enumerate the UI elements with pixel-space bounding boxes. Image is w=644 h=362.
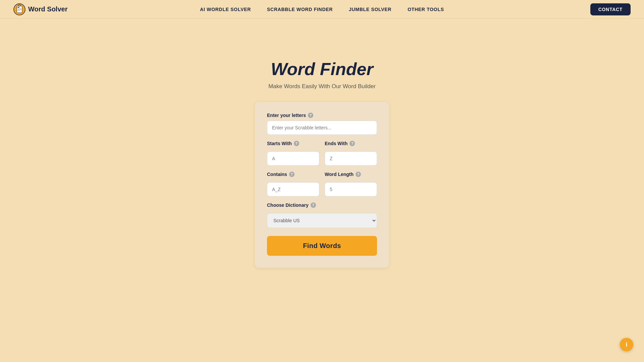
nav-ai-wordle[interactable]: AI WORDLE SOLVER xyxy=(200,7,251,12)
word-length-help-icon[interactable]: ? xyxy=(356,172,361,177)
svg-rect-2 xyxy=(17,7,19,8)
svg-point-6 xyxy=(18,4,20,6)
main-nav: AI WORDLE SOLVER SCRABBLE WORD FINDER JU… xyxy=(200,7,444,12)
word-finder-form: Enter your letters ? Starts With ? Ends … xyxy=(255,102,389,268)
contains-group: Contains ? xyxy=(267,172,319,196)
starts-with-input[interactable] xyxy=(267,152,319,166)
page-subtitle: Make Words Easily With Our Word Builder xyxy=(268,83,376,90)
svg-rect-3 xyxy=(17,8,21,9)
svg-rect-5 xyxy=(17,10,20,11)
ends-with-label: Ends With ? xyxy=(325,141,377,146)
main-content: Word Finder Make Words Easily With Our W… xyxy=(0,19,644,268)
nav-other[interactable]: OTHER TOOLS xyxy=(408,7,444,12)
ends-with-group: Ends With ? xyxy=(325,141,377,166)
starts-with-group: Starts With ? xyxy=(267,141,319,166)
contains-label: Contains ? xyxy=(267,172,319,177)
nav-jumble[interactable]: JUMBLE SOLVER xyxy=(349,7,391,12)
dictionary-select[interactable]: Scrabble US Scrabble UK Words With Frien… xyxy=(267,213,377,228)
letters-input[interactable] xyxy=(267,121,377,135)
word-length-label: Word Length ? xyxy=(325,172,377,177)
starts-with-help-icon[interactable]: ? xyxy=(294,141,299,146)
letters-help-icon[interactable]: ? xyxy=(308,113,313,118)
starts-ends-row: Starts With ? Ends With ? xyxy=(267,141,377,166)
contains-length-row: Contains ? Word Length ? xyxy=(267,172,377,196)
logo-text: Word Solver xyxy=(28,5,67,13)
logo[interactable]: Word Solver xyxy=(13,3,67,15)
contact-button[interactable]: CONTACT xyxy=(590,3,631,15)
floating-info-button[interactable]: i xyxy=(620,338,633,351)
starts-with-label: Starts With ? xyxy=(267,141,319,146)
info-icon: i xyxy=(626,341,627,348)
page-title: Word Finder xyxy=(271,59,373,79)
svg-rect-4 xyxy=(17,9,21,10)
letters-label: Enter your letters ? xyxy=(267,113,377,118)
contains-help-icon[interactable]: ? xyxy=(289,172,294,177)
word-length-group: Word Length ? xyxy=(325,172,377,196)
dictionary-help-icon[interactable]: ? xyxy=(311,202,316,208)
logo-icon xyxy=(13,3,25,15)
contains-input[interactable] xyxy=(267,182,319,196)
dictionary-label: Choose Dictionary ? xyxy=(267,202,377,208)
ends-with-input[interactable] xyxy=(325,152,377,166)
find-words-button[interactable]: Find Words xyxy=(267,236,377,256)
header: Word Solver AI WORDLE SOLVER SCRABBLE WO… xyxy=(0,0,644,19)
word-length-input[interactable] xyxy=(325,182,377,196)
nav-scrabble[interactable]: SCRABBLE WORD FINDER xyxy=(267,7,333,12)
ends-with-help-icon[interactable]: ? xyxy=(350,141,355,146)
